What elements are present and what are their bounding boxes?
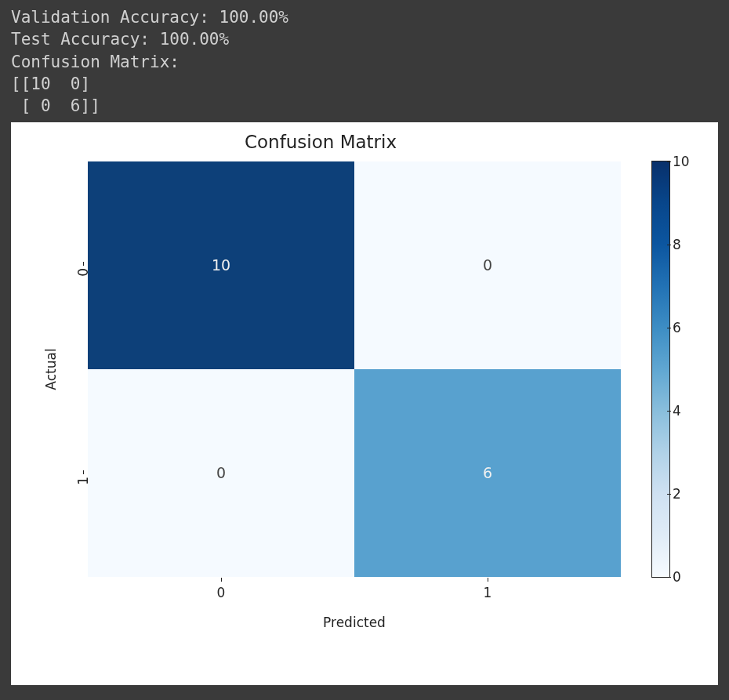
x-tick-1: 1 [480,585,495,600]
colorbar [652,161,669,577]
cell-actual1-pred1: 6 [354,369,621,577]
console-line: Confusion Matrix: [11,53,180,71]
console-output: Validation Accuracy: 100.00% Test Accura… [0,0,729,122]
x-axis-label: Predicted [88,615,621,630]
colorbar-tick-8: 8 [673,237,681,252]
console-line: [ 0 6]] [11,96,100,115]
colorbar-tick-4: 4 [673,403,681,419]
colorbar-tick-2: 2 [673,486,681,502]
console-line: Validation Accuracy: 100.00% [11,8,288,27]
colorbar-tick-0: 0 [673,569,681,585]
colorbar-tick-6: 6 [673,320,681,335]
heatmap-grid: 10 0 0 6 [88,161,621,577]
y-axis-label: Actual [43,348,59,390]
x-tick-0: 0 [213,585,229,600]
cell-actual0-pred1: 0 [354,161,621,369]
chart-title: Confusion Matrix [11,132,630,152]
console-line: Test Accuracy: 100.00% [11,30,229,49]
y-tick-0: 0 [75,268,91,287]
y-tick-1: 1 [75,477,91,495]
cell-actual1-pred0: 0 [88,369,354,577]
console-line: [[10 0] [11,74,90,93]
confusion-matrix-figure: Confusion Matrix 10 0 0 6 0 1 0 1 Actual… [11,122,718,685]
cell-actual0-pred0: 10 [88,161,354,369]
colorbar-tick-10: 10 [673,154,690,169]
